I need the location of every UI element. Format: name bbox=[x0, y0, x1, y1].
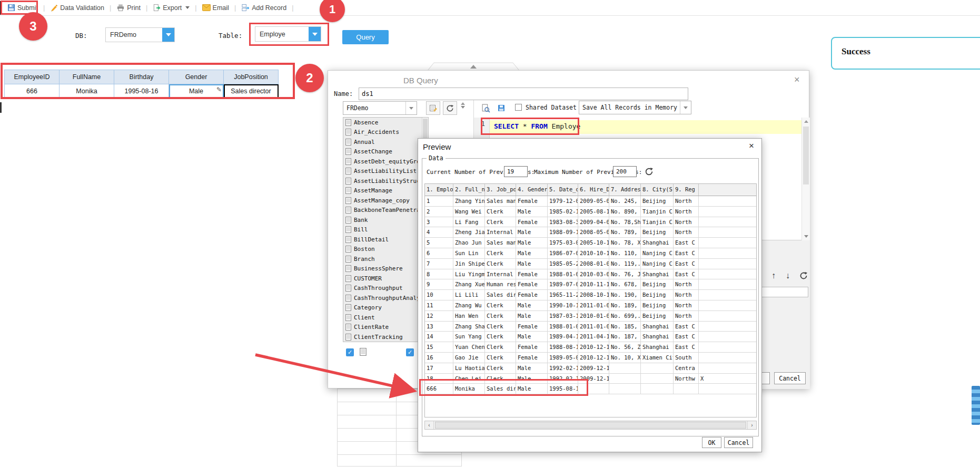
dataset-table-item[interactable]: Absence bbox=[343, 118, 428, 128]
dataset-table-item[interactable]: Boston bbox=[343, 245, 428, 255]
preview-grid-row[interactable]: 11Zhang WuClerkMale1990-10-1...2011-01-0… bbox=[425, 300, 756, 311]
preview-grid-col-header: 8. City(S... bbox=[641, 184, 674, 196]
fullname-cell[interactable]: Monika bbox=[60, 84, 114, 99]
table-icon bbox=[345, 295, 351, 302]
dataset-table-item[interactable]: BackboneTeamPenetrat bbox=[343, 206, 428, 216]
preview-grid-row[interactable]: 3Li FangClerkFemale1983-08-3...2009-04-0… bbox=[425, 217, 756, 228]
preview-grid-cell bbox=[641, 384, 674, 394]
preview-grid-row[interactable]: 5Zhao JunSales man...Male1975-03-0...200… bbox=[425, 238, 756, 248]
add-record-button[interactable]: Add Record bbox=[238, 1, 290, 15]
preview-grid-cell: Female bbox=[516, 269, 548, 280]
query-button[interactable]: Query bbox=[342, 30, 389, 44]
preview-grid-cell: 17 bbox=[425, 363, 453, 374]
edit-connection-button[interactable] bbox=[426, 101, 440, 115]
dataset-table-item[interactable]: Annual bbox=[343, 137, 428, 147]
preview-grid-cell: Male bbox=[516, 300, 548, 311]
dataset-table-item[interactable]: Bill bbox=[343, 225, 428, 235]
dropdown-arrow-icon[interactable] bbox=[309, 27, 321, 41]
refresh-preview-icon[interactable] bbox=[644, 166, 654, 177]
move-down-icon[interactable]: ↓ bbox=[786, 271, 790, 280]
dataset-table-item[interactable]: Branch bbox=[343, 254, 428, 264]
preview-grid-row[interactable]: 8Liu YingmeiInternal ...Female1988-01-0.… bbox=[425, 269, 756, 280]
dataset-table-item[interactable]: AssetChange bbox=[343, 147, 428, 157]
connection-select[interactable]: FRDemo bbox=[343, 101, 417, 115]
preview-grid-cell bbox=[699, 269, 757, 280]
scrollbar-thumb[interactable] bbox=[435, 422, 746, 429]
table-select[interactable]: Employe bbox=[255, 26, 321, 42]
dataset-table-item[interactable]: Category bbox=[343, 303, 428, 313]
preview-grid-cell: Sales man... bbox=[485, 196, 516, 207]
dataset-name-input[interactable]: ds1 bbox=[359, 88, 688, 100]
preview-hscrollbar[interactable]: ‹ › bbox=[424, 421, 757, 430]
preview-grid[interactable]: 1. Employ...2. Full_n...3. Job_po...4. G… bbox=[424, 183, 757, 417]
employee-id-cell[interactable]: 666 bbox=[5, 84, 60, 99]
dataset-table-item[interactable]: CashThroughput bbox=[343, 284, 428, 294]
dataset-table-item[interactable]: Client bbox=[343, 313, 428, 323]
preview-grid-row[interactable]: 14Sun YangClerkMale1989-04-1...2011-04-1… bbox=[425, 332, 756, 342]
dataset-table-item[interactable]: BusinessSphere bbox=[343, 264, 428, 274]
dataset-table-item[interactable]: ClientTracking bbox=[343, 332, 428, 342]
preview-grid-row[interactable]: 12Han WenClerkMale1987-03-1...2010-01-0.… bbox=[425, 311, 756, 322]
dataset-table-item[interactable]: AssetDebt_equityGrow bbox=[343, 157, 428, 167]
close-icon[interactable]: × bbox=[794, 75, 800, 84]
gender-cell[interactable]: Male✎ bbox=[169, 84, 224, 99]
preview-grid-cell: Tianjin City bbox=[641, 217, 674, 228]
refresh-params-icon[interactable] bbox=[799, 271, 808, 280]
preview-grid-row[interactable]: 2Wang WeiClerkMale1985-02-1...2005-08-1.… bbox=[425, 207, 756, 217]
toolbar-separator: | bbox=[41, 4, 47, 12]
shared-dataset-checkbox[interactable] bbox=[515, 104, 522, 111]
dataset-table-item[interactable]: Bank bbox=[343, 215, 428, 225]
dataset-table-item[interactable]: AssetLiabilityStruct bbox=[343, 176, 428, 186]
email-button[interactable]: Email bbox=[199, 1, 232, 15]
preview-ok-button[interactable]: OK bbox=[702, 437, 721, 448]
job-position-cell[interactable]: Sales director bbox=[224, 84, 279, 99]
splitter-collapse-icon[interactable] bbox=[461, 102, 465, 109]
dataset-table-list[interactable]: AbsenceAir_AccidentsAnnualAssetChangeAss… bbox=[343, 117, 429, 342]
preview-grid-cell bbox=[641, 363, 674, 374]
print-button[interactable]: Print bbox=[113, 1, 144, 15]
scroll-left-icon[interactable]: ‹ bbox=[425, 421, 434, 429]
save-dataset-button[interactable] bbox=[496, 102, 507, 114]
preview-grid-row[interactable]: 10Li LiliSales dir...Female1965-11-2...2… bbox=[425, 290, 756, 300]
edge-scroll-widget[interactable] bbox=[972, 386, 980, 425]
export-button[interactable]: Export bbox=[150, 1, 193, 15]
preview-grid-row[interactable]: 1Zhang YingSales man...Female1979-12-0..… bbox=[425, 196, 756, 207]
step-badge-1: 1 bbox=[320, 0, 345, 22]
dialog-cancel-button[interactable]: Cancel bbox=[774, 372, 806, 384]
preview-grid-row[interactable]: 15Yuan Chen...ClerkFemale1988-08-1...201… bbox=[425, 342, 756, 353]
data-validation-button[interactable]: Data Validation bbox=[47, 1, 107, 15]
dataset-table-item[interactable]: AssetManage_copy bbox=[343, 196, 428, 206]
preview-grid-row[interactable]: 16Gao JieClerkFemale1989-05-0...2010-12-… bbox=[425, 353, 756, 363]
preview-grid-cell: 1986-07-0... bbox=[548, 248, 578, 259]
preview-grid-row[interactable]: 7Jin ShipengClerkMale1985-05-2...2008-01… bbox=[425, 259, 756, 269]
refresh-connection-button[interactable] bbox=[443, 101, 457, 115]
dataset-table-item[interactable]: AssetLiabilityList bbox=[343, 167, 428, 177]
scroll-right-icon[interactable]: › bbox=[747, 421, 756, 429]
dataset-table-item[interactable]: AssetManage bbox=[343, 186, 428, 196]
move-up-icon[interactable]: ↑ bbox=[771, 271, 776, 280]
preview-grid-row[interactable]: 6Sun LinClerkMale1986-07-0...2010-10-1..… bbox=[425, 248, 756, 259]
preview-cancel-button[interactable]: Cancel bbox=[724, 437, 753, 448]
dropdown-arrow-icon[interactable] bbox=[162, 28, 174, 42]
max-rows-input[interactable]: 200 bbox=[613, 166, 637, 177]
preview-grid-row[interactable]: 666MonikaSales dir...Male1995-08-16 bbox=[425, 384, 756, 394]
store-mode-select[interactable]: Save All Records in Memory bbox=[579, 101, 691, 114]
preview-grid-cell: Clerk bbox=[485, 207, 516, 217]
preview-grid-row[interactable]: 17Lu HaotianClerkMale1992-02-1...2009-12… bbox=[425, 363, 756, 374]
preview-grid-row[interactable]: 13Zhang ShanClerkFemale1988-01-0...2011-… bbox=[425, 322, 756, 332]
birthday-cell[interactable]: 1995-08-16 bbox=[114, 84, 169, 99]
current-rows-input[interactable]: 19 bbox=[504, 166, 528, 177]
close-icon[interactable]: × bbox=[749, 141, 754, 150]
editor-scrollbar[interactable] bbox=[801, 118, 810, 240]
preview-grid-row[interactable]: 18Chen LeiClerkMale1992-02-1...2009-12-1… bbox=[425, 374, 756, 384]
db-select[interactable]: FRDemo bbox=[105, 27, 175, 42]
preview-grid-row[interactable]: 9Zhang XuemeiHuman res...Female1989-07-0… bbox=[425, 279, 756, 290]
dataset-table-item[interactable]: CUSTOMER bbox=[343, 274, 428, 284]
dataset-table-item[interactable]: BillDetail bbox=[343, 235, 428, 245]
dataset-table-item[interactable]: Air_Accidents bbox=[343, 128, 428, 138]
preview-grid-row[interactable]: 4Zheng Jia...Internal ...Male1988-09-1..… bbox=[425, 227, 756, 238]
dataset-table-item[interactable]: ClientRate bbox=[343, 323, 428, 333]
dataset-table-item[interactable]: CashThroughputAnalys bbox=[343, 293, 428, 303]
preview-dataset-button[interactable] bbox=[480, 102, 491, 114]
save-icon bbox=[497, 104, 506, 112]
